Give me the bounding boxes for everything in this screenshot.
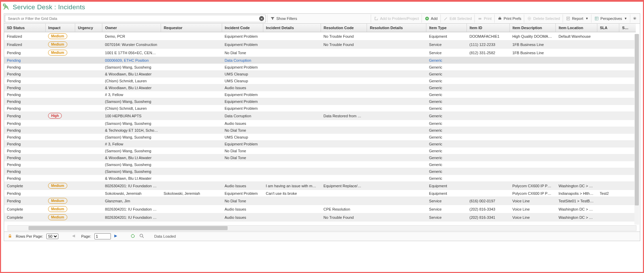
cell-sd: Pending: [4, 105, 45, 112]
cell-urg: [75, 71, 102, 78]
table-row[interactable]: Pending(Chism) Schmidt, LaurenUMS Cleanu…: [4, 78, 636, 84]
col-header[interactable]: Item Location: [556, 24, 597, 32]
rows-per-page-select[interactable]: 50: [46, 234, 58, 239]
cell-idet: [263, 134, 321, 141]
print-prefs-button[interactable]: Print Prefs: [494, 14, 524, 23]
cell-urg: [75, 161, 102, 168]
table-row[interactable]: PendingHigh100 HEPBURN APTSData Corrupti…: [4, 112, 636, 120]
cell-urg: [75, 64, 102, 71]
table-row[interactable]: Pending(Samson) Wang, SuoshengEquipment …: [4, 98, 636, 105]
edit-selected-label: Edit Selected: [450, 16, 472, 21]
table-row[interactable]: Pending& Woodlawn, Blu Lt AtwaterNo Dial…: [4, 154, 636, 161]
cell-rd: [367, 141, 426, 147]
page-next-icon[interactable]: ▶: [114, 234, 120, 239]
cell-sla: [597, 197, 619, 205]
cell-iid: [467, 112, 510, 120]
table-row[interactable]: CompleteMedium8026304201: IU Foundation …: [4, 205, 636, 213]
cell-owner: 8026304201: IU Foundation …: [102, 182, 161, 190]
cell-rd: [367, 78, 426, 84]
refresh-icon[interactable]: [130, 233, 136, 239]
table-row[interactable]: PendingSokolowski, JeremiahSokolowski, J…: [4, 190, 636, 197]
table-row[interactable]: CompleteMedium8026304201: IU Foundation …: [4, 182, 636, 190]
cell-impact: [45, 84, 75, 91]
report-button[interactable]: Report▼: [563, 14, 591, 23]
table-row[interactable]: Pending& Woodlawn, Blu Lt AtwaterAudio I…: [4, 84, 636, 91]
col-header[interactable]: Resolution Details: [367, 24, 426, 32]
cell-idet: [263, 120, 321, 127]
col-header[interactable]: Impact: [45, 24, 75, 32]
cell-urg: [75, 168, 102, 175]
col-header[interactable]: Requestor: [161, 24, 222, 32]
table-row[interactable]: Pending# 3, FellowEquipment ProblemGener…: [4, 141, 636, 147]
cell-owner: & Woodlawn, Blu Lt Atwater: [102, 71, 161, 78]
table-row[interactable]: Pending# 3, FellowEquipment ProblemGener…: [4, 91, 636, 98]
rows-per-page-label: Rows Per Page:: [16, 234, 43, 238]
cell-ides: Voice Line: [509, 205, 556, 213]
cell-owner: (Samson) Wang, Suosheng: [102, 64, 161, 71]
table-row[interactable]: Pending(Chism) Schmidt, LaurenEquipment …: [4, 105, 636, 112]
cell-iid: (616) 002-0197: [467, 197, 510, 205]
cell-req: [161, 57, 222, 64]
table-row[interactable]: Pending& Woodlawn, Blu Lt AtwaterGeneric: [4, 175, 636, 182]
col-header[interactable]: Incident Details: [263, 24, 321, 32]
table-row[interactable]: Pending& Woodlawn, Blu Lt AtwaterUMS Cle…: [4, 71, 636, 78]
cell-owner: & Woodlawn, Blu Lt Atwater: [102, 84, 161, 91]
cell-sla: [597, 205, 619, 213]
table-row[interactable]: Pending(Samson) Wang, SuoshengGeneric: [4, 161, 636, 168]
col-header[interactable]: Urgency: [75, 24, 102, 32]
clear-search-icon[interactable]: ✕: [259, 16, 264, 21]
cell-ic: Equipment Problem: [222, 105, 263, 112]
cell-idet: [263, 57, 321, 64]
delete-selected-button: Delete Selected: [524, 14, 563, 23]
search-input[interactable]: [7, 16, 259, 21]
table-row[interactable]: FinalizedMedium0070164: Wurster Construc…: [4, 40, 636, 49]
col-header[interactable]: SLA: [597, 24, 619, 32]
table-row[interactable]: PendingMediumGlanzman, JimNo Dial ToneSe…: [4, 197, 636, 205]
cell-iid: [467, 141, 510, 147]
col-header[interactable]: S…: [619, 24, 636, 32]
horizontal-scrollbar[interactable]: [8, 225, 636, 231]
cell-ides: Voice Line: [509, 213, 556, 222]
table-row[interactable]: Pending(Samson) Wang, SuoshengNo Dial To…: [4, 147, 636, 154]
table-row[interactable]: Pending(Samson) Wang, SuoshengEquipment …: [4, 64, 636, 71]
cell-iloc: Default Warehouse: [556, 32, 597, 40]
table-row[interactable]: Pending(Samson) Wang, SuoshengGeneric: [4, 168, 636, 175]
cell-req: [161, 161, 222, 168]
perspectives-button[interactable]: Perspectives▼: [591, 14, 630, 23]
table-row[interactable]: Pending& Technology ET 101H, Scho…No Dia…: [4, 127, 636, 134]
table-row[interactable]: FinalizedMediumDemo, PCREquipment Proble…: [4, 32, 636, 40]
cell-it: Generic: [426, 127, 467, 134]
vertical-scrollbar[interactable]: [634, 34, 639, 225]
cell-impact: Medium: [45, 213, 75, 222]
table-row[interactable]: Pending00006609, ETHC PositionData Corru…: [4, 57, 636, 64]
table-row[interactable]: PendingMedium1001 E 17TH 056+EC, CENT…No…: [4, 49, 636, 57]
cell-rc: CPE Resolution: [321, 205, 367, 213]
add-button[interactable]: Add: [422, 14, 440, 23]
cell-idet: [263, 205, 321, 213]
cell-impact: [45, 168, 75, 175]
cell-ides: [509, 91, 556, 98]
cell-rc: [321, 120, 367, 127]
cell-owner: 0070164: Wurster Construction: [102, 40, 161, 49]
col-header[interactable]: SD Status: [4, 24, 45, 32]
cell-ic: Equipment Problem: [222, 98, 263, 105]
col-header[interactable]: Item Type: [426, 24, 467, 32]
col-header[interactable]: Resolution Code: [321, 24, 367, 32]
cell-urg: [75, 141, 102, 147]
col-header[interactable]: Owner: [102, 24, 161, 32]
col-header[interactable]: Incident Code: [222, 24, 263, 32]
search-input-wrap[interactable]: ✕: [5, 15, 266, 22]
cell-ides: 1FB Business Line: [509, 40, 556, 49]
cell-impact: [45, 190, 75, 197]
col-header[interactable]: Item Description: [509, 24, 556, 32]
show-filters-button[interactable]: Show Filters: [267, 14, 300, 23]
col-header[interactable]: Item ID: [467, 24, 510, 32]
table-row[interactable]: Pending(Samson) Wang, SuoshengUMS Cleanu…: [4, 134, 636, 141]
table-row[interactable]: CompleteMedium8026304201: IU Foundation …: [4, 213, 636, 222]
settings-button[interactable]: [630, 14, 639, 23]
zoom-icon[interactable]: [139, 233, 145, 239]
cell-rc: [321, 134, 367, 141]
cell-urg: [75, 127, 102, 134]
page-number-input[interactable]: [94, 233, 111, 239]
table-row[interactable]: Pending(Samson) Wang, SuoshengAudio Issu…: [4, 120, 636, 127]
